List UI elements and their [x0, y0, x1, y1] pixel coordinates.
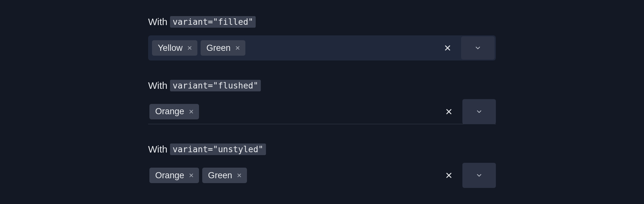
- heading-code: variant="filled": [170, 16, 256, 28]
- example-filled: With variant="filled" Yellow Green: [148, 16, 496, 60]
- heading-filled: With variant="filled": [148, 16, 496, 28]
- multiselect-filled[interactable]: Yellow Green: [148, 35, 496, 60]
- clear-icon[interactable]: [442, 168, 456, 182]
- tags-container: Orange Green: [149, 168, 442, 183]
- heading-prefix: With: [148, 80, 167, 91]
- close-icon[interactable]: [236, 172, 242, 179]
- tag-green: Green: [201, 40, 245, 56]
- chevron-down-icon[interactable]: [461, 36, 495, 60]
- close-icon[interactable]: [234, 45, 241, 51]
- heading-code: variant="unstyled": [170, 144, 266, 155]
- tag-label: Yellow: [158, 43, 183, 53]
- clear-icon[interactable]: [440, 41, 455, 55]
- controls: [442, 99, 496, 124]
- tag-orange: Orange: [149, 168, 199, 183]
- close-icon[interactable]: [186, 45, 193, 51]
- heading-prefix: With: [148, 16, 167, 27]
- heading-prefix: With: [148, 144, 167, 155]
- tag-label: Green: [206, 43, 231, 53]
- tag-label: Orange: [155, 107, 184, 116]
- tag-yellow: Yellow: [152, 40, 197, 56]
- tag-label: Orange: [155, 171, 184, 181]
- heading-flushed: With variant="flushed": [148, 80, 496, 91]
- chevron-down-icon[interactable]: [462, 99, 496, 124]
- clear-icon[interactable]: [442, 105, 456, 119]
- tags-container: Yellow Green: [152, 40, 440, 56]
- controls: [442, 163, 496, 188]
- tag-green: Green: [202, 168, 247, 183]
- multiselect-unstyled[interactable]: Orange Green: [148, 163, 496, 188]
- example-flushed: With variant="flushed" Orange: [148, 80, 496, 124]
- heading-code: variant="flushed": [170, 80, 261, 91]
- multiselect-flushed[interactable]: Orange: [148, 99, 496, 124]
- close-icon[interactable]: [188, 108, 194, 115]
- heading-unstyled: With variant="unstyled": [148, 144, 496, 155]
- tag-orange: Orange: [149, 104, 199, 119]
- chevron-down-icon[interactable]: [462, 163, 496, 188]
- tags-container: Orange: [149, 104, 442, 119]
- tag-label: Green: [208, 171, 232, 181]
- example-unstyled: With variant="unstyled" Orange Green: [148, 144, 496, 188]
- close-icon[interactable]: [188, 172, 194, 179]
- controls: [440, 36, 495, 60]
